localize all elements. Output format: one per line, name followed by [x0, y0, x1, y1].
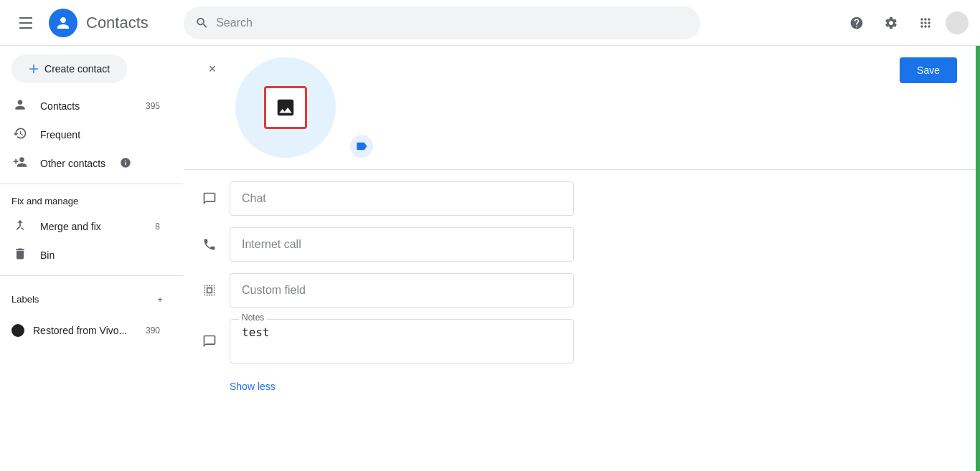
app-header: Contacts: [0, 0, 980, 46]
notes-icon: [201, 333, 218, 350]
person-add-icon: [11, 155, 29, 173]
chat-input[interactable]: [230, 181, 574, 216]
label-count: 390: [146, 325, 160, 336]
merge-icon: [11, 218, 29, 236]
sidebar: + Create contact Contacts 395 Frequent O…: [0, 46, 184, 471]
other-contacts-label: Other contacts: [40, 158, 105, 169]
apps-icon: [918, 16, 933, 30]
hamburger-icon: [14, 11, 38, 34]
add-label-button[interactable]: +: [149, 287, 171, 310]
internet-call-input[interactable]: [230, 227, 574, 262]
search-icon: [195, 16, 209, 30]
help-icon: [849, 16, 864, 30]
profile-avatar[interactable]: [235, 57, 336, 158]
label-name: Restored from Vivo...: [33, 325, 137, 336]
close-icon: ×: [209, 62, 217, 77]
plus-icon: +: [29, 59, 39, 79]
settings-icon: [884, 16, 898, 30]
header-left: Contacts: [11, 9, 184, 37]
sidebar-item-bin[interactable]: Bin: [0, 241, 171, 270]
profile-header: × Save: [184, 46, 980, 158]
contact-editor: × Save: [184, 46, 980, 409]
app-title: Contacts: [86, 14, 149, 32]
add-label-icon: +: [157, 294, 163, 305]
close-button[interactable]: ×: [201, 57, 224, 80]
sidebar-item-contacts[interactable]: Contacts 395: [0, 92, 171, 120]
search-bar[interactable]: [184, 6, 700, 39]
notes-wrapper: Notes: [230, 319, 574, 363]
label-color-dot: [11, 324, 24, 337]
nav-separator: [0, 184, 183, 184]
search-input[interactable]: [216, 16, 689, 29]
settings-button[interactable]: [877, 9, 905, 37]
main-area: + Create contact Contacts 395 Frequent O…: [0, 46, 980, 471]
header-right: [842, 9, 969, 37]
other-contacts-info-icon: [120, 157, 131, 171]
save-button[interactable]: Save: [900, 57, 957, 83]
merge-count: 8: [155, 222, 160, 232]
merge-label: Merge and fix: [40, 221, 101, 232]
notes-input[interactable]: [242, 325, 562, 354]
custom-field-row: [201, 273, 963, 308]
history-icon: [11, 126, 29, 144]
contacts-label: Contacts: [40, 100, 80, 112]
sidebar-item-other-contacts[interactable]: Other contacts: [0, 149, 171, 178]
app-logo: [49, 9, 77, 37]
help-button[interactable]: [842, 9, 871, 37]
chat-field-row: [201, 181, 963, 216]
labels-header: Labels +: [0, 282, 183, 316]
internet-call-field-row: [201, 227, 963, 262]
sidebar-item-merge[interactable]: Merge and fix 8: [0, 212, 171, 241]
notes-label: Notes: [239, 313, 267, 323]
user-avatar[interactable]: [946, 11, 969, 34]
sidebar-item-restored[interactable]: Restored from Vivo... 390: [0, 316, 171, 345]
internet-call-icon: [201, 236, 218, 253]
content-area: × Save: [184, 46, 980, 471]
label-icon: [355, 140, 368, 153]
fix-manage-header: Fix and manage: [0, 190, 183, 212]
custom-field-input[interactable]: [230, 273, 574, 308]
delete-icon: [11, 247, 29, 265]
person-icon: [11, 97, 29, 115]
labels-separator: [0, 275, 183, 276]
frequent-label: Frequent: [40, 129, 80, 141]
create-contact-button[interactable]: + Create contact: [11, 54, 127, 83]
notes-field-row: Notes: [201, 319, 963, 363]
add-photo-icon: [264, 86, 307, 129]
form-area: Notes Show less: [184, 181, 980, 409]
label-tag-button[interactable]: [350, 135, 373, 158]
show-less-button[interactable]: Show less: [230, 375, 275, 398]
create-contact-label: Create contact: [44, 63, 110, 75]
contacts-count: 395: [146, 101, 160, 111]
hamburger-menu-button[interactable]: [11, 9, 40, 37]
chat-icon: [201, 190, 218, 207]
apps-button[interactable]: [911, 9, 940, 37]
form-divider: [184, 169, 980, 170]
labels-title: Labels: [11, 294, 39, 305]
avatar-row: [235, 57, 373, 158]
bin-label: Bin: [40, 249, 55, 261]
custom-field-icon: [201, 282, 218, 299]
sidebar-item-frequent[interactable]: Frequent: [0, 120, 171, 149]
